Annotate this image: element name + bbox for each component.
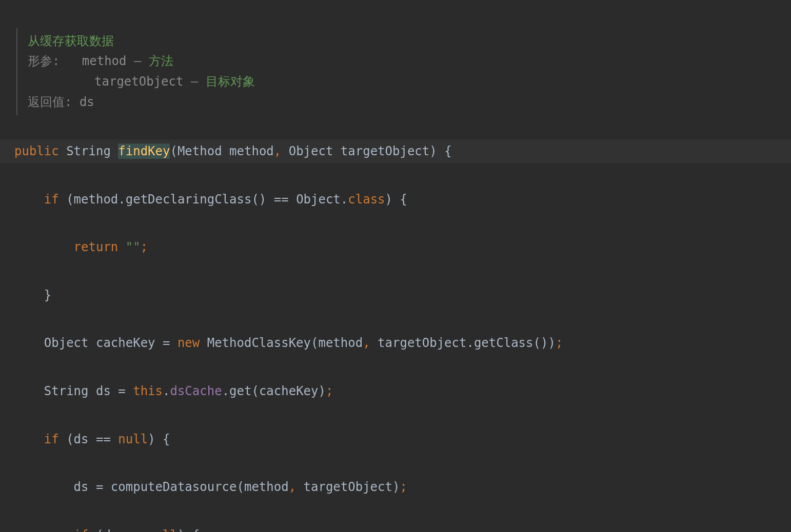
param-name: targetObject [341, 144, 429, 158]
keyword-if: if [44, 432, 59, 446]
identifier: targetObject [378, 336, 466, 350]
paren-close: ) [429, 144, 437, 158]
code-editor[interactable]: 从缓存获取数据 形参: method – 方法 targetObject – 目… [0, 0, 791, 532]
field: dsCache [170, 384, 222, 398]
param-type: Method [177, 144, 222, 158]
operator-eq: == [274, 192, 289, 207]
operator-eq: == [126, 528, 141, 532]
javadoc-param-name: method [82, 54, 127, 68]
keyword-return: return [74, 240, 118, 254]
return-type: String [66, 144, 111, 158]
javadoc-param-desc: 方法 [149, 54, 173, 68]
identifier: ds [74, 432, 89, 446]
method-call: computeDatasource [111, 480, 237, 494]
keyword-null: null [148, 528, 177, 532]
keyword-this: this [133, 384, 163, 398]
identifier: method [244, 480, 289, 494]
javadoc-block: 从缓存获取数据 形参: method – 方法 targetObject – 目… [16, 28, 791, 115]
param-name: method [229, 144, 274, 158]
identifier: method [74, 192, 118, 207]
type: Object [44, 336, 89, 350]
code-line[interactable]: String ds = this.dsCache.get(cacheKey); [0, 379, 791, 403]
javadoc-params-label: 形参: [28, 54, 60, 68]
identifier: ds [74, 480, 89, 494]
operator-eq: == [96, 432, 111, 446]
identifier: cacheKey [96, 336, 155, 350]
code-line[interactable]: Object cacheKey = new MethodClassKey(met… [0, 331, 791, 355]
string-literal: "" [126, 240, 141, 254]
keyword-class: class [348, 192, 385, 207]
javadoc-returns-value: ds [80, 95, 94, 109]
code-line[interactable]: if (method.getDeclaringClass() == Object… [0, 188, 791, 212]
paren-open: ( [170, 144, 177, 158]
keyword-if: if [44, 192, 59, 207]
javadoc-param-desc: 目标对象 [206, 74, 255, 89]
param-type: Object [289, 144, 333, 158]
code-line[interactable]: } [0, 283, 791, 308]
identifier: cacheKey [259, 384, 319, 398]
method-call: getClass [474, 336, 533, 350]
identifier: method [318, 336, 363, 350]
javadoc-sep: – [183, 74, 205, 89]
method-call: get [229, 384, 251, 398]
brace-open: { [444, 144, 451, 158]
type: String [44, 384, 89, 398]
code-line[interactable]: ds = computeDatasource(method, targetObj… [0, 475, 791, 499]
keyword-public: public [14, 144, 59, 158]
code-line[interactable]: return ""; [0, 235, 791, 259]
code-line[interactable]: if (ds == null) { [0, 427, 791, 452]
javadoc-param-name: targetObject [94, 74, 183, 89]
javadoc-sep: – [127, 54, 149, 68]
identifier: targetObject [304, 480, 392, 494]
keyword-new: new [177, 336, 200, 350]
javadoc-returns-label: 返回值: [28, 95, 72, 109]
keyword-null: null [118, 432, 148, 446]
code-line[interactable]: if (ds == null) { [0, 523, 791, 532]
identifier: ds [103, 528, 118, 532]
keyword-if: if [74, 528, 89, 532]
identifier: ds [96, 384, 111, 398]
comma: , [274, 144, 281, 158]
class-name: MethodClassKey [207, 336, 311, 350]
method-signature-line[interactable]: public String findKey(Method method, Obj… [0, 139, 791, 163]
identifier: Object [296, 192, 341, 207]
method-name: findKey [118, 144, 170, 159]
method-call: getDeclaringClass [126, 192, 252, 207]
javadoc-description: 从缓存获取数据 [28, 34, 114, 48]
